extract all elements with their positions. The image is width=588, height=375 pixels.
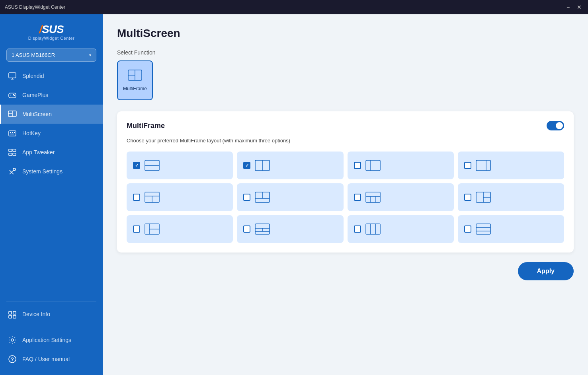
layout-option-10[interactable] (348, 215, 454, 243)
function-card-multiframe[interactable]: MultiFrame (117, 60, 153, 100)
gamepad-icon (8, 91, 17, 99)
titlebar-title: ASUS DisplayWidget Center (5, 4, 564, 10)
layout-icon-7 (475, 191, 491, 203)
logo-subtitle: DisplayWidget Center (28, 36, 74, 41)
svg-rect-38 (366, 160, 380, 171)
multiframe-card-icon (127, 69, 143, 83)
layout-option-1[interactable] (237, 152, 343, 179)
layout-icon-8 (144, 223, 160, 235)
svg-point-8 (14, 95, 15, 96)
svg-rect-26 (9, 315, 12, 318)
layout-option-4[interactable] (127, 183, 233, 211)
layout-checkbox-7[interactable] (464, 194, 471, 201)
sidebar-item-deviceinfo-label: Device Info (22, 311, 50, 317)
layout-checkbox-3[interactable] (464, 162, 471, 169)
sidebar-item-deviceinfo[interactable]: Device Info (0, 305, 103, 324)
sidebar-item-faq-label: FAQ / User manual (22, 356, 70, 362)
layout-checkbox-0[interactable] (133, 162, 140, 169)
layout-icon-1 (254, 159, 270, 171)
sidebar-item-hotkey-label: HotKey (22, 130, 41, 136)
nav-bottom: Device Info (0, 305, 103, 324)
sidebar-item-gameplus-label: GamePlus (22, 92, 48, 98)
layout-icon-4 (144, 191, 160, 203)
sidebar: /SUS DisplayWidget Center 1 ASUS MB166CR… (0, 14, 103, 375)
close-button[interactable]: ✕ (575, 3, 583, 11)
svg-text:?: ? (11, 356, 14, 362)
monitor-dropdown[interactable]: 1 ASUS MB166CR ▾ (6, 49, 96, 62)
layout-checkbox-11[interactable] (464, 225, 471, 233)
sidebar-item-multiscreen[interactable]: MultiScreen (0, 105, 103, 124)
layout-checkbox-5[interactable] (243, 194, 250, 201)
chevron-down-icon: ▾ (89, 53, 91, 57)
svg-rect-0 (9, 73, 16, 78)
svg-point-22 (13, 168, 16, 171)
layout-option-5[interactable] (237, 183, 343, 211)
titlebar-controls: − ✕ (564, 3, 583, 11)
sidebar-item-splendid[interactable]: Splendid (0, 66, 103, 85)
svg-rect-48 (366, 192, 380, 202)
layout-icon-3 (475, 159, 491, 171)
sidebar-item-splendid-label: Splendid (22, 73, 44, 79)
layout-option-6[interactable] (348, 183, 454, 211)
select-function-label: Select Function (117, 49, 574, 56)
app-body: /SUS DisplayWidget Center 1 ASUS MB166CR… (0, 14, 588, 375)
layout-checkbox-10[interactable] (354, 225, 361, 233)
layout-option-8[interactable] (127, 215, 233, 243)
svg-rect-24 (9, 311, 12, 314)
nav-section: Splendid GamePlus (0, 66, 103, 298)
layout-icon-2 (365, 159, 381, 171)
logo-text: /SUS (39, 24, 63, 35)
layout-checkbox-9[interactable] (243, 225, 250, 233)
help-icon: ? (8, 355, 17, 363)
minimize-button[interactable]: − (564, 3, 572, 11)
multiscreen-icon (8, 110, 17, 119)
monitor-selected-label: 1 ASUS MB166CR (12, 52, 55, 58)
sidebar-item-multiscreen-label: MultiScreen (22, 111, 52, 117)
apply-button[interactable]: Apply (518, 262, 574, 280)
svg-rect-40 (476, 160, 490, 171)
function-cards: MultiFrame (117, 60, 574, 100)
layout-checkbox-6[interactable] (354, 194, 361, 201)
panel-title: MultiFrame (127, 122, 165, 130)
svg-rect-18 (13, 149, 16, 152)
svg-rect-17 (9, 149, 12, 152)
sidebar-item-systemsettings-label: System Settings (22, 168, 63, 175)
layout-option-0[interactable] (127, 152, 233, 179)
hotkey-icon (8, 129, 17, 138)
layout-checkbox-4[interactable] (133, 194, 140, 201)
multiframe-panel: MultiFrame Choose your preferred MultiFr… (117, 111, 574, 253)
sidebar-item-faq[interactable]: ? FAQ / User manual (0, 350, 103, 369)
layout-option-2[interactable] (348, 152, 454, 179)
layout-icon-11 (475, 223, 491, 235)
svg-rect-25 (13, 311, 16, 314)
sidebar-item-systemsettings[interactable]: System Settings (0, 162, 103, 181)
multiframe-toggle[interactable] (547, 121, 564, 130)
sidebar-item-appsettings[interactable]: Application Settings (0, 330, 103, 350)
layout-checkbox-1[interactable] (243, 162, 250, 169)
svg-point-7 (13, 94, 14, 95)
layout-icon-5 (254, 191, 270, 203)
layout-option-11[interactable] (458, 215, 564, 243)
layout-icon-10 (365, 223, 381, 235)
svg-point-28 (11, 339, 14, 341)
sidebar-item-hotkey[interactable]: HotKey (0, 124, 103, 143)
panel-subtitle: Choose your preferred MultiFrame layout … (127, 138, 564, 144)
layout-option-3[interactable] (458, 152, 564, 179)
sidebar-divider (6, 301, 96, 301)
layout-option-7[interactable] (458, 183, 564, 211)
device-icon (8, 310, 17, 319)
svg-rect-62 (366, 224, 380, 234)
layout-grid (127, 152, 564, 243)
layout-checkbox-8[interactable] (133, 225, 140, 233)
layout-checkbox-2[interactable] (354, 162, 361, 169)
layout-icon-0 (144, 159, 160, 171)
svg-rect-12 (9, 131, 16, 136)
sidebar-item-gameplus[interactable]: GamePlus (0, 85, 103, 105)
sidebar-item-appsettings-label: Application Settings (22, 337, 71, 343)
main-content: MultiScreen Select Function MultiFrame M… (103, 14, 588, 375)
svg-rect-20 (13, 153, 16, 155)
panel-header: MultiFrame (127, 121, 564, 130)
layout-icon-9 (254, 223, 270, 235)
layout-option-9[interactable] (237, 215, 343, 243)
sidebar-item-apptweaker[interactable]: App Tweaker (0, 143, 103, 162)
